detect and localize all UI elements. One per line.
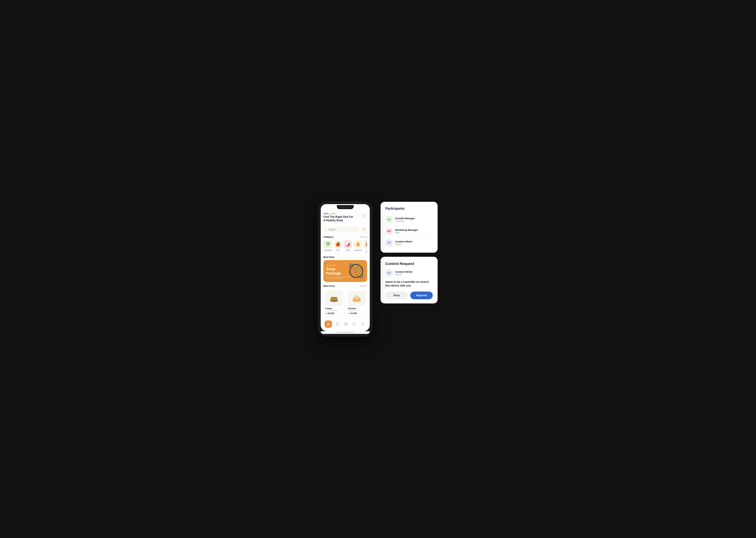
category-label-ingridients: Ingridients xyxy=(354,249,362,251)
phone-notch xyxy=(337,205,354,209)
category-label-side-dishes: Side Dishes xyxy=(364,249,367,253)
grid-icon xyxy=(343,321,349,327)
participant-item-gm: GM Growth Manager Controller xyxy=(385,214,433,226)
filter-button[interactable] xyxy=(361,227,367,233)
greeting-block: Hello, John Find The Right One ForA Heal… xyxy=(323,212,353,222)
participant-role-gm: Controller xyxy=(395,220,433,222)
bottom-nav xyxy=(323,318,367,329)
participant-role-cr: Viewer xyxy=(395,243,433,245)
home-icon xyxy=(325,320,332,328)
filter-icon xyxy=(362,228,365,231)
category-icon-vegetables: 🥬 xyxy=(323,240,332,249)
best-price-section: Best Price Show All xyxy=(323,285,367,316)
cr-description: wants to be a controller to control this… xyxy=(385,280,433,288)
participant-info-gm: Growth Manager Controller xyxy=(395,217,433,222)
phone-speaker xyxy=(340,207,348,207)
product-card-chicken[interactable]: Chicken 1 Kilograms Rp 15.000 xyxy=(346,289,367,316)
cr-buttons: Deny Approve xyxy=(385,292,433,299)
greeting-name: John xyxy=(330,212,336,215)
best-deal-section-header: Best Deal xyxy=(323,256,367,258)
participant-name-gm: Growth Manager xyxy=(395,217,433,220)
svg-rect-16 xyxy=(345,323,346,324)
category-grid: 🥬 Vegetables 🍎 Fruit 🌶️ Spice 🥚 Ingridie… xyxy=(323,240,367,253)
best-deal-title: Best Deal xyxy=(323,256,334,258)
category-item-vegetables[interactable]: 🥬 Vegetables xyxy=(323,240,332,253)
participants-panel-title: Participants xyxy=(385,207,433,210)
greeting-hello: Hello, John xyxy=(323,212,353,215)
banner-soup-image: 🥘 xyxy=(344,260,367,282)
best-deal-banner[interactable]: #SimpleKitchen SoupPackage No need to th… xyxy=(323,260,367,282)
product-grid: Tempe 1 Package 500 Grs Rp 20.000 xyxy=(323,289,367,316)
nav-chat[interactable] xyxy=(351,321,357,327)
right-panels: Participants GM Growth Manager Controlle… xyxy=(381,202,438,304)
participant-item-cr: CR Content Writer Viewer xyxy=(385,237,433,248)
svg-rect-17 xyxy=(346,323,347,324)
avatar-mm: MM xyxy=(385,228,393,235)
cr-requester-avatar: CR xyxy=(385,269,393,277)
control-request-title: Control Request xyxy=(385,262,433,266)
category-item-fruit[interactable]: 🍎 Fruit xyxy=(333,240,342,253)
app-header: Hello, John Find The Right One ForA Heal… xyxy=(323,212,367,225)
phone-home-indicator xyxy=(321,331,370,334)
search-input[interactable] xyxy=(323,227,359,232)
bell-button[interactable] xyxy=(361,212,367,219)
phone-wrapper: Hello, John Find The Right One ForA Heal… xyxy=(318,202,372,337)
svg-point-14 xyxy=(354,295,358,299)
greeting-subtitle: Find The Right One ForA Healthy Body xyxy=(323,215,353,222)
category-icon-side-dishes: 🍪 xyxy=(364,240,367,249)
participant-item-mm: MM Marketing Manager Host xyxy=(385,226,433,237)
category-icon-spice: 🌶️ xyxy=(344,240,352,249)
cr-requester-name: Content Writer xyxy=(395,270,433,273)
product-price-chicken: Rp 15.000 xyxy=(348,312,365,315)
product-name-chicken: Chicken xyxy=(348,307,365,310)
home-bar xyxy=(337,332,354,333)
svg-rect-19 xyxy=(346,324,347,326)
phone-screen: Hello, John Find The Right One ForA Heal… xyxy=(321,209,370,331)
cr-requester-info: Content Writer Viewer xyxy=(395,270,433,276)
category-label-spice: Spice xyxy=(346,249,350,251)
nav-cart[interactable] xyxy=(335,321,341,327)
participant-info-cr: Content Writer Viewer xyxy=(395,240,433,245)
profile-icon xyxy=(360,321,366,327)
chat-icon xyxy=(351,321,357,327)
cr-user-row: CR Content Writer Viewer xyxy=(385,269,433,277)
svg-point-9 xyxy=(334,299,335,300)
product-name-tempe: Tempe xyxy=(325,307,343,310)
category-item-spice[interactable]: 🌶️ Spice xyxy=(344,240,352,253)
phone-shell: Hello, John Find The Right One ForA Heal… xyxy=(318,202,372,337)
approve-button[interactable]: Approve xyxy=(410,292,433,299)
avatar-cr: CR xyxy=(385,239,393,246)
category-title: Category xyxy=(323,236,334,238)
cr-requester-role: Viewer xyxy=(395,273,433,276)
category-icon-ingridients: 🥚 xyxy=(354,240,362,249)
product-price-tempe: Rp 20.000 xyxy=(325,312,343,315)
phone-notch-area xyxy=(321,204,370,209)
control-request-panel: Control Request CR Content Writer Viewer… xyxy=(381,257,438,304)
nav-grid[interactable] xyxy=(343,321,349,327)
bell-icon xyxy=(362,214,365,217)
scene: Hello, John Find The Right One ForA Heal… xyxy=(318,202,438,337)
category-icon-fruit: 🍎 xyxy=(333,240,342,249)
best-price-section-header: Best Price Show All xyxy=(323,285,367,287)
best-price-show-all[interactable]: Show All xyxy=(359,285,367,287)
category-show-all[interactable]: Show All xyxy=(359,236,367,238)
category-item-side-dishes[interactable]: 🍪 Side Dishes xyxy=(364,240,367,253)
avatar-gm: GM xyxy=(385,216,393,223)
nav-home[interactable] xyxy=(325,320,332,328)
product-img-tempe xyxy=(325,291,343,306)
participant-name-mm: Marketing Manager xyxy=(395,229,433,231)
category-label-vegetables: Vegetables xyxy=(324,249,332,251)
nav-profile[interactable] xyxy=(360,321,366,327)
cart-icon xyxy=(335,321,341,327)
product-weight-chicken: 1 Kilograms xyxy=(348,310,365,311)
category-section-header: Category Show All xyxy=(323,236,367,238)
participants-panel: Participants GM Growth Manager Controlle… xyxy=(381,202,438,253)
deny-button[interactable]: Deny xyxy=(385,292,408,299)
svg-point-13 xyxy=(358,299,361,301)
svg-point-20 xyxy=(362,323,363,324)
svg-point-7 xyxy=(335,297,336,298)
svg-point-5 xyxy=(331,297,332,298)
product-img-chicken xyxy=(348,291,365,306)
product-card-tempe[interactable]: Tempe 1 Package 500 Grs Rp 20.000 xyxy=(323,289,344,316)
category-item-ingridients[interactable]: 🥚 Ingridients xyxy=(354,240,362,253)
